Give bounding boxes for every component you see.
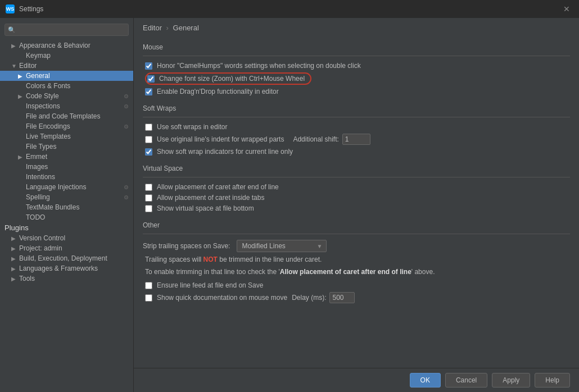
close-button[interactable]: ✕ (560, 3, 573, 15)
original-indent-checkbox[interactable] (145, 136, 152, 143)
sidebar-item-file-code-templates[interactable]: ▶ File and Code Templates (0, 111, 133, 121)
sidebar-item-inspections[interactable]: ▶ Inspections ⚙ (0, 101, 133, 111)
sidebar-item-build-execution[interactable]: ▶ Build, Execution, Deployment (0, 253, 133, 263)
sidebar-item-label: Keymap (26, 52, 129, 60)
sidebar-item-label: Appearance & Behavior (19, 42, 129, 49)
arrow-icon: ▶ (11, 245, 18, 252)
search-box[interactable]: 🔍 (4, 24, 129, 36)
breadcrumb: Editor › General (134, 18, 579, 35)
sidebar-item-project-admin[interactable]: ▶ Project: admin (0, 243, 133, 253)
sidebar-item-label: Images (26, 163, 129, 171)
allow-caret-tabs-option: Allow placement of caret inside tabs (143, 194, 570, 202)
trailing-note-2: be trimmed in the line under caret. (218, 256, 322, 263)
app-icon: WS (6, 4, 15, 13)
use-soft-wraps-checkbox[interactable] (145, 124, 152, 131)
sidebar-item-textmate-bundles[interactable]: ▶ TextMate Bundles (0, 202, 133, 212)
sidebar-item-label: TODO (26, 213, 129, 221)
allow-caret-end-checkbox[interactable] (145, 184, 152, 191)
main-panel: Editor › General Mouse Honor "CamelHumps… (134, 18, 579, 392)
settings-icon: ⚙ (124, 124, 129, 130)
search-icon: 🔍 (8, 26, 16, 34)
apply-button[interactable]: Apply (492, 373, 530, 388)
trailing-spaces-note: Trailing spaces will NOT be trimmed in t… (145, 254, 570, 265)
sidebar-item-general[interactable]: ▶ General (0, 71, 133, 81)
window-title: Settings (19, 5, 560, 13)
camel-humps-checkbox[interactable] (145, 62, 152, 70)
settings-icon: ⚙ (124, 194, 129, 200)
ok-button[interactable]: OK (410, 373, 441, 388)
allow-caret-end-label: Allow placement of caret after end of li… (157, 183, 279, 191)
cancel-button[interactable]: Cancel (445, 373, 487, 388)
allow-caret-end-option: Allow placement of caret after end of li… (143, 183, 570, 191)
sidebar-item-live-templates[interactable]: ▶ Live Templates (0, 131, 133, 142)
search-input[interactable] (4, 24, 129, 36)
virtual-space-divider (143, 177, 570, 177)
sidebar-item-label: File Encodings (26, 122, 121, 130)
sidebar-item-file-encodings[interactable]: ▶ File Encodings ⚙ (0, 121, 133, 131)
sidebar-item-code-style[interactable]: ▶ Code Style ⚙ (0, 91, 133, 101)
sidebar-item-editor[interactable]: ▼ Editor (0, 61, 133, 71)
delay-input[interactable] (329, 292, 355, 303)
sidebar-item-label: File Types (26, 143, 129, 151)
additional-shift-input[interactable] (342, 134, 370, 145)
arrow-icon: ▶ (18, 154, 25, 160)
trailing-not-text: NOT (203, 256, 218, 263)
sidebar-item-emmet[interactable]: ▶ Emmet (0, 152, 133, 162)
allow-caret-tabs-label: Allow placement of caret inside tabs (157, 194, 264, 202)
sidebar-item-intentions[interactable]: ▶ Intentions (0, 172, 133, 182)
sidebar-item-appearance-behavior[interactable]: ▶ Appearance & Behavior (0, 40, 133, 51)
show-soft-wrap-label: Show soft wrap indicators for current li… (157, 148, 293, 156)
sidebar-item-label: Intentions (26, 173, 129, 181)
virtual-space-section-title: Virtual Space (143, 165, 570, 172)
sidebar-item-label: Version Control (19, 234, 129, 242)
sidebar-item-keymap[interactable]: ▶ Keymap (0, 51, 133, 61)
help-button[interactable]: Help (535, 373, 570, 388)
sidebar-item-colors-fonts[interactable]: ▶ Colors & Fonts (0, 81, 133, 91)
sidebar-item-label: Language Injections (26, 183, 121, 191)
strip-label: Strip trailing spaces on Save: (143, 242, 230, 250)
other-divider (143, 234, 570, 234)
use-soft-wraps-label: Use soft wraps in editor (157, 123, 227, 131)
sidebar-item-label: Inspections (26, 102, 121, 110)
sidebar-item-label: Code Style (26, 92, 121, 100)
sidebar-item-file-types[interactable]: ▶ File Types (0, 142, 133, 152)
original-indent-label: Use original line's indent for wrapped p… (157, 135, 284, 143)
sidebar-item-todo[interactable]: ▶ TODO (0, 212, 133, 222)
show-virtual-space-checkbox[interactable] (145, 205, 152, 212)
sidebar-item-tools[interactable]: ▶ Tools (0, 274, 133, 284)
sidebar-item-languages-frameworks[interactable]: ▶ Languages & Frameworks (0, 263, 133, 274)
sidebar-item-plugins[interactable]: Plugins (0, 222, 133, 233)
quick-doc-option: Show quick documentation on mouse move D… (143, 292, 570, 303)
settings-content: Mouse Honor "CamelHumps" words settings … (134, 35, 579, 368)
sidebar-item-images[interactable]: ▶ Images (0, 162, 133, 172)
drag-drop-checkbox[interactable] (145, 88, 152, 95)
strip-select[interactable]: None All Modified Lines (237, 240, 327, 252)
arrow-icon: ▶ (18, 73, 25, 79)
sidebar-item-label: File and Code Templates (26, 112, 129, 120)
show-soft-wrap-indicators-option: Show soft wrap indicators for current li… (143, 148, 570, 156)
sidebar-item-version-control[interactable]: ▶ Version Control (0, 233, 133, 243)
title-bar: WS Settings ✕ (0, 0, 579, 18)
show-virtual-space-label: Show virtual space at file bottom (157, 204, 254, 212)
arrow-icon: ▶ (18, 93, 25, 99)
ctrl-zoom-checkbox[interactable] (147, 75, 155, 83)
breadcrumb-parent: Editor (143, 24, 162, 32)
sidebar-item-label: Live Templates (26, 133, 129, 140)
ctrl-zoom-label: Change font size (Zoom) with Ctrl+Mouse … (159, 75, 305, 83)
mouse-section-title: Mouse (143, 43, 570, 51)
strip-select-wrapper: None All Modified Lines ▼ (237, 240, 327, 252)
settings-icon: ⚙ (124, 93, 129, 99)
sidebar-item-label: Emmet (26, 153, 129, 161)
ensure-line-feed-checkbox[interactable] (145, 282, 152, 289)
settings-icon: ⚙ (124, 184, 129, 190)
arrow-icon: ▶ (11, 276, 18, 282)
main-content: 🔍 ▶ Appearance & Behavior ▶ Keymap ▼ Edi… (0, 18, 579, 392)
allow-caret-tabs-checkbox[interactable] (145, 194, 152, 202)
sidebar-item-label: Languages & Frameworks (19, 265, 129, 272)
settings-icon: ⚙ (124, 103, 129, 110)
quick-doc-checkbox[interactable] (145, 294, 152, 302)
sidebar-item-spelling[interactable]: ▶ Spelling ⚙ (0, 192, 133, 202)
show-soft-wrap-checkbox[interactable] (145, 148, 152, 156)
other-section-title: Other (143, 221, 570, 229)
sidebar-item-language-injections[interactable]: ▶ Language Injections ⚙ (0, 182, 133, 192)
